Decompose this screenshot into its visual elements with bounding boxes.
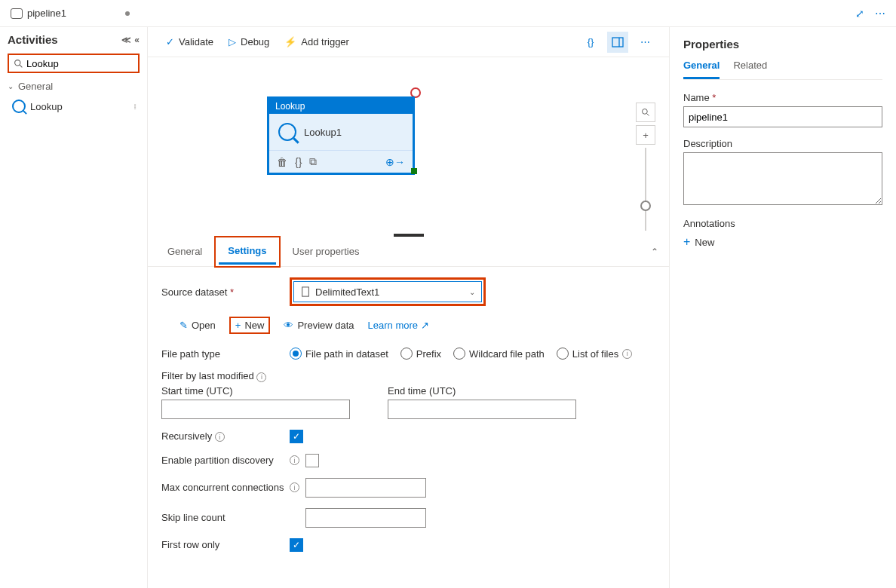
collapse-panel-icon[interactable]: « <box>134 35 140 45</box>
tab-settings[interactable]: Settings <box>219 239 275 265</box>
recursively-checkbox[interactable]: ✓ <box>290 430 303 443</box>
radio-list-of-files[interactable]: List of files i <box>557 348 632 360</box>
expand-icon[interactable]: ⤢ <box>855 8 864 20</box>
skip-line-input[interactable] <box>305 508 426 528</box>
radio-file-path-dataset[interactable]: File path in dataset <box>290 348 388 360</box>
category-general[interactable]: ⌄ General <box>8 81 140 92</box>
output-port[interactable] <box>411 168 417 174</box>
tab-general[interactable]: General <box>158 240 211 263</box>
zoom-search-button[interactable] <box>636 103 655 122</box>
properties-toggle-button[interactable] <box>607 32 628 53</box>
start-time-input[interactable] <box>161 400 350 419</box>
pipeline-canvas[interactable]: Lookup Lookup1 🗑 {} ⧉ ⊕→ + <box>148 57 669 234</box>
annotations-label: Annotations <box>683 218 882 229</box>
start-time-label: Start time (UTC) <box>161 385 350 397</box>
enable-partition-label: Enable partition discovery <box>161 455 290 466</box>
preview-icon: 👁 <box>284 320 293 331</box>
activities-title: Activities <box>8 33 58 46</box>
svg-rect-2 <box>612 38 623 47</box>
preview-data-button[interactable]: 👁Preview data <box>284 320 354 331</box>
delete-node-icon[interactable]: 🗑 <box>277 156 287 168</box>
add-trigger-button[interactable]: ⚡Add trigger <box>284 36 349 47</box>
filter-label: Filter by last modified <box>161 370 254 381</box>
description-label: Description <box>683 138 882 149</box>
source-dataset-dropdown[interactable]: DelimitedText1 ⌄ <box>293 281 482 302</box>
svg-line-5 <box>647 114 649 116</box>
settings-body: Source dataset * DelimitedText1 ⌄ ✎Open … <box>148 267 669 573</box>
validate-button[interactable]: ✓Validate <box>166 36 213 47</box>
activities-search-input[interactable] <box>26 58 133 69</box>
source-dataset-value: DelimitedText1 <box>315 286 379 298</box>
lookup-activity-node[interactable]: Lookup Lookup1 🗑 {} ⧉ ⊕→ <box>268 98 413 173</box>
first-row-checkbox[interactable]: ✓ <box>290 538 303 552</box>
more-icon[interactable]: ⋯ <box>875 8 885 20</box>
info-icon[interactable]: i <box>290 455 299 465</box>
props-tab-general[interactable]: General <box>683 60 720 79</box>
recursively-label: Recursively <box>161 430 212 442</box>
plus-icon: + <box>235 320 241 331</box>
toolbar-more-button[interactable]: ⋯ <box>634 32 655 53</box>
plus-icon: + <box>683 235 690 249</box>
tab-user-properties[interactable]: User properties <box>284 240 369 263</box>
collapse-all-icon[interactable]: ≪ <box>121 35 131 45</box>
end-time-input[interactable] <box>388 400 576 419</box>
first-row-label: First row only <box>161 539 290 550</box>
activity-item-label: Lookup <box>30 101 63 112</box>
debug-button[interactable]: ▷Debug <box>229 36 269 47</box>
properties-title: Properties <box>683 38 882 51</box>
new-annotation-button[interactable]: + New <box>683 235 882 249</box>
radio-prefix[interactable]: Prefix <box>400 348 441 360</box>
pipeline-tab[interactable]: pipeline1 <box>0 0 148 26</box>
info-icon[interactable]: i <box>622 349 632 359</box>
dataset-icon <box>300 286 311 297</box>
props-tab-related[interactable]: Related <box>733 60 767 79</box>
activities-search[interactable] <box>8 54 140 73</box>
node-name: Lookup1 <box>304 127 342 138</box>
new-dataset-button[interactable]: +New <box>235 320 265 331</box>
pipeline-icon <box>11 8 23 19</box>
svg-point-0 <box>15 60 20 65</box>
trigger-icon: ⚡ <box>284 36 296 47</box>
canvas-toolbar: ✓Validate ▷Debug ⚡Add trigger {} ⋯ <box>148 27 669 57</box>
copy-node-icon[interactable]: ⧉ <box>309 155 317 168</box>
enable-partition-checkbox[interactable] <box>305 454 319 467</box>
chevron-down-icon: ⌄ <box>8 82 14 90</box>
node-output-icon[interactable]: ⊕→ <box>385 156 405 168</box>
skip-line-label: Skip line count <box>161 512 290 523</box>
code-view-button[interactable]: {} <box>580 32 601 53</box>
activity-item-lookup[interactable]: Lookup ⁞⁞ <box>8 96 140 116</box>
lookup-icon <box>12 100 26 113</box>
category-label: General <box>18 81 53 92</box>
node-type-label: Lookup <box>269 99 413 114</box>
end-time-label: End time (UTC) <box>388 385 576 397</box>
max-concurrent-label: Max concurrent connections <box>161 482 290 493</box>
zoom-in-button[interactable]: + <box>636 125 655 145</box>
check-icon: ✓ <box>166 36 174 47</box>
chevron-down-icon: ⌄ <box>469 288 475 296</box>
drag-handle-icon[interactable]: ⁞⁞ <box>133 103 135 111</box>
pipeline-name-input[interactable] <box>683 106 882 127</box>
activity-settings-tabs: General Settings User properties ⌃ <box>148 237 669 267</box>
file-path-type-label: File path type <box>161 348 290 360</box>
pencil-icon: ✎ <box>180 320 188 331</box>
svg-point-4 <box>643 109 648 115</box>
node-code-icon[interactable]: {} <box>295 156 302 168</box>
zoom-thumb[interactable] <box>640 201 651 211</box>
name-label: Name <box>683 92 710 103</box>
description-textarea[interactable] <box>683 152 882 205</box>
radio-wildcard[interactable]: Wildcard file path <box>453 348 545 360</box>
collapse-panel-icon[interactable]: ⌃ <box>651 247 658 257</box>
zoom-slider[interactable] <box>645 148 646 231</box>
svg-rect-6 <box>302 287 309 296</box>
open-dataset-button[interactable]: ✎Open <box>180 320 216 331</box>
properties-panel: Properties General Related Name * Descri… <box>670 27 896 588</box>
info-icon[interactable]: i <box>256 372 266 382</box>
info-icon[interactable]: i <box>290 482 299 492</box>
info-icon[interactable]: i <box>215 432 225 442</box>
activities-panel: Activities ≪ « ⌄ General Lookup ⁞⁞ <box>0 27 148 588</box>
svg-line-1 <box>20 65 22 67</box>
search-icon <box>14 59 23 69</box>
max-concurrent-input[interactable] <box>305 478 426 498</box>
external-link-icon: ↗ <box>421 320 429 331</box>
learn-more-link[interactable]: Learn more ↗ <box>368 320 429 331</box>
